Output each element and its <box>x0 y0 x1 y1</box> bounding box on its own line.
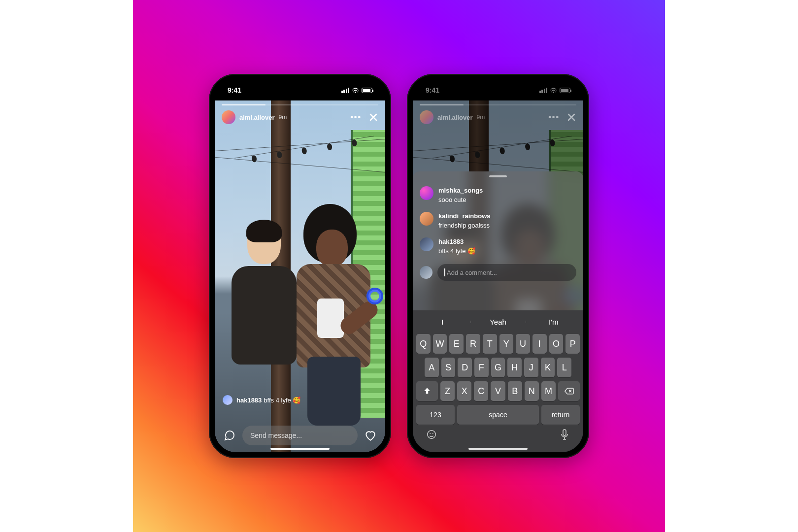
floating-comment[interactable]: hak1883bffs 4 lyfe 🥰 <box>223 395 300 405</box>
letter-key[interactable]: P <box>565 334 580 354</box>
compose-row: Add a comment... <box>413 259 583 288</box>
key-row-1: QWERTYUIOP <box>415 334 581 354</box>
battery-icon <box>362 88 372 93</box>
status-indicators <box>341 88 373 93</box>
letter-key[interactable]: R <box>466 334 480 354</box>
letter-key[interactable]: C <box>474 381 488 401</box>
svg-point-0 <box>428 431 436 439</box>
letter-key[interactable]: Z <box>440 381 455 401</box>
letter-key[interactable]: N <box>525 381 539 401</box>
letter-key[interactable]: O <box>549 334 564 354</box>
like-icon[interactable] <box>364 429 377 442</box>
comments-list[interactable]: mishka_songssooo cute kalindi_rainbowsfr… <box>413 180 583 259</box>
letter-key[interactable]: F <box>474 358 489 377</box>
letter-key[interactable]: Q <box>416 334 431 354</box>
more-icon: ••• <box>548 113 560 122</box>
status-time: 9:41 <box>426 86 439 94</box>
story-header: aimi.allover 9m ••• <box>215 104 385 124</box>
wifi-icon <box>550 88 557 93</box>
commenter-username: mishka_songs <box>438 186 483 195</box>
suggestion[interactable]: I <box>415 318 470 326</box>
letter-key[interactable]: E <box>449 334 464 354</box>
letter-key[interactable]: H <box>507 358 522 377</box>
comment-row[interactable]: kalindi_rainbowsfriendship goalsss <box>420 208 576 233</box>
letter-key[interactable]: Y <box>499 334 514 354</box>
letter-key[interactable]: W <box>433 334 447 354</box>
story-timestamp: 9m <box>477 114 485 121</box>
commenter-avatar[interactable] <box>420 212 433 226</box>
comment-text: friendship goalsss <box>438 222 490 229</box>
emoji-icon[interactable] <box>426 429 437 440</box>
letter-key[interactable]: A <box>425 358 439 377</box>
letter-key[interactable]: U <box>516 334 530 354</box>
screen-left: 9:41 <box>215 80 385 452</box>
story-progress <box>420 104 576 105</box>
letter-key[interactable]: K <box>541 358 555 377</box>
comment-input[interactable]: Add a comment... <box>437 264 576 281</box>
letter-key[interactable]: J <box>524 358 538 377</box>
home-indicator[interactable] <box>468 448 528 450</box>
letter-key[interactable]: D <box>458 358 472 377</box>
return-key[interactable]: return <box>541 405 580 425</box>
suggestion-bar: I Yeah I'm <box>415 313 581 330</box>
keyboard: I Yeah I'm QWERTYUIOP ASDFGHJKL ZXCVBNM <box>413 310 583 452</box>
author-username[interactable]: aimi.allover <box>239 114 275 121</box>
numbers-key[interactable]: 123 <box>416 405 455 425</box>
cellular-icon <box>341 88 350 93</box>
suggestion[interactable]: I'm <box>526 318 581 326</box>
notch <box>262 80 338 94</box>
message-placeholder: Send message... <box>250 432 302 439</box>
status-time: 9:41 <box>228 86 241 94</box>
space-key[interactable]: space <box>457 405 539 425</box>
gradient-stage: 9:41 <box>133 0 665 532</box>
text-caret <box>444 268 445 276</box>
comment-avatar <box>223 395 233 405</box>
backspace-key[interactable] <box>558 381 580 401</box>
close-icon[interactable] <box>566 112 576 122</box>
letter-key[interactable]: X <box>457 381 471 401</box>
letter-key[interactable]: S <box>441 358 456 377</box>
floating-comment-text: hak1883bffs 4 lyfe 🥰 <box>236 397 300 404</box>
author-avatar <box>420 110 433 124</box>
letter-key[interactable]: V <box>491 381 505 401</box>
letter-key[interactable]: M <box>541 381 556 401</box>
comments-sheet: mishka_songssooo cute kalindi_rainbowsfr… <box>413 171 583 452</box>
notch <box>460 80 536 94</box>
comment-placeholder: Add a comment... <box>447 269 497 276</box>
commenter-avatar[interactable] <box>420 186 433 200</box>
letter-key[interactable]: B <box>508 381 522 401</box>
comment-row[interactable]: mishka_songssooo cute <box>420 182 576 208</box>
close-icon[interactable] <box>368 112 378 122</box>
author-avatar[interactable] <box>222 110 235 124</box>
commenter-username: kalindi_rainbows <box>438 212 490 221</box>
sheet-grabber[interactable] <box>489 175 507 177</box>
self-avatar <box>420 266 432 279</box>
more-icon[interactable]: ••• <box>350 113 362 122</box>
letter-key[interactable]: G <box>491 358 505 377</box>
svg-rect-3 <box>563 430 566 435</box>
commenter-username: hak1883 <box>438 237 475 246</box>
svg-point-1 <box>430 433 431 434</box>
svg-point-2 <box>432 433 433 434</box>
message-input[interactable]: Send message... <box>242 426 358 445</box>
letter-key[interactable]: T <box>483 334 497 354</box>
author-username: aimi.allover <box>437 114 473 121</box>
suggestion[interactable]: Yeah <box>470 318 526 326</box>
comment-username: hak1883 <box>236 397 262 404</box>
cellular-icon <box>539 88 548 93</box>
letter-key[interactable]: L <box>557 358 571 377</box>
story-progress[interactable] <box>222 104 378 105</box>
comments-icon[interactable] <box>223 429 236 442</box>
home-indicator[interactable] <box>270 448 330 450</box>
battery-icon <box>560 88 570 93</box>
letter-key[interactable]: I <box>532 334 547 354</box>
comment-row[interactable]: hak1883bffs 4 lyfe 🥰 <box>420 233 576 259</box>
phone-left: 9:41 <box>209 74 391 458</box>
phone-right: 9:41 aimi <box>407 74 589 458</box>
mic-icon[interactable] <box>559 429 570 440</box>
shift-key[interactable] <box>416 381 438 401</box>
commenter-avatar[interactable] <box>420 237 433 251</box>
story-footer: Send message... <box>215 426 385 445</box>
keyboard-bottom-row <box>415 425 581 448</box>
comment-body: bffs 4 lyfe 🥰 <box>264 397 300 404</box>
